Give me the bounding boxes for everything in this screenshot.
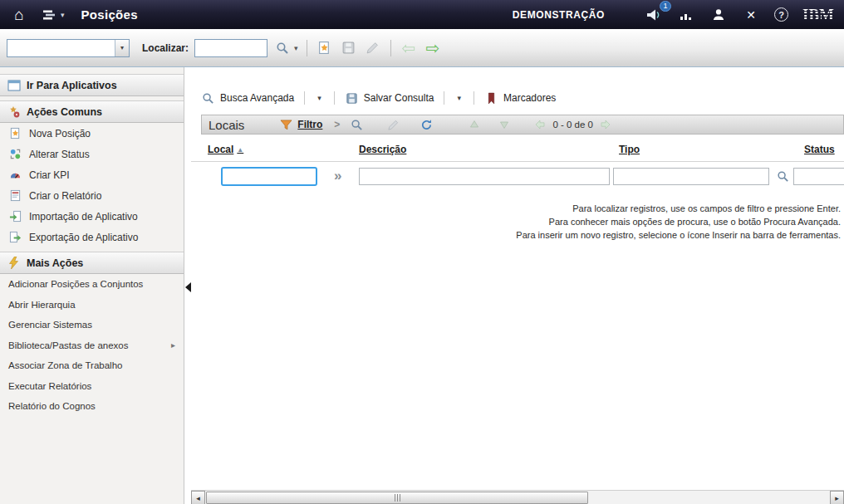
- localizar-label: Localizar:: [142, 42, 189, 54]
- filter-input-local[interactable]: [221, 167, 317, 186]
- chevron-icon: >: [334, 119, 340, 130]
- table-edit-icon[interactable]: [385, 116, 401, 133]
- table-toolbar: Locais Filtro >: [201, 115, 844, 135]
- filter-input-status[interactable]: [793, 168, 844, 185]
- salvar-consulta-button[interactable]: Salvar Consulta: [345, 91, 434, 105]
- toolbar-separator: [307, 40, 307, 56]
- sidebar-header-ir-para-aplicativos[interactable]: Ir Para Aplicativos: [0, 74, 184, 96]
- separator: [474, 91, 474, 105]
- sidebar-splitter[interactable]: [184, 67, 191, 504]
- busca-avancada-label: Busca Avançada: [220, 92, 294, 104]
- sidebar-item-label: Biblioteca/Pastas de anexos: [8, 340, 128, 350]
- salvar-consulta-dropdown-icon[interactable]: ▾: [454, 94, 464, 102]
- save-query-icon: [345, 91, 359, 105]
- separator: [334, 91, 335, 105]
- sidebar-item-exportacao-aplicativo[interactable]: Exportação de Aplicativo: [0, 227, 184, 247]
- sidebar-item-criar-kpi[interactable]: Criar KPI: [0, 164, 184, 185]
- previous-page-icon[interactable]: [531, 116, 547, 133]
- sidebar-item-biblioteca-pastas-anexos[interactable]: Biblioteca/Pastas de anexos ▸: [0, 335, 184, 356]
- column-header-status[interactable]: Status: [804, 144, 835, 155]
- reports-chart-icon[interactable]: [677, 7, 695, 23]
- marcadores-button[interactable]: Marcadores: [484, 91, 556, 105]
- help-icon[interactable]: ?: [774, 7, 788, 22]
- separator: [444, 91, 444, 105]
- move-down-icon[interactable]: [496, 116, 513, 133]
- query-actions-row: Busca Avançada ▾ Salvar Consulta ▾ Marca…: [201, 87, 556, 109]
- submenu-arrow-icon: ▸: [171, 340, 175, 350]
- sidebar-item-criar-relatorio[interactable]: Criar o Relatório: [0, 185, 184, 206]
- table-search-icon[interactable]: [348, 116, 365, 133]
- sidebar: Ir Para Aplicativos Ações Comuns Nova Po…: [0, 67, 184, 504]
- advanced-search-icon: [201, 91, 215, 105]
- sidebar-header-label: Ir Para Aplicativos: [27, 80, 117, 91]
- scrollbar-thumb[interactable]: [206, 492, 588, 504]
- sidebar-item-gerenciar-sistemas[interactable]: Gerenciar Sistemas: [0, 315, 184, 335]
- new-record-icon[interactable]: [316, 39, 334, 57]
- sidebar-item-abrir-hierarquia[interactable]: Abrir Hierarquia: [0, 295, 184, 316]
- query-combobox-input[interactable]: [7, 40, 115, 56]
- sidebar-item-adicionar-posicoes[interactable]: Adicionar Posições a Conjuntos: [0, 274, 184, 295]
- sidebar-item-importacao-aplicativo[interactable]: Importação de Aplicativo: [0, 206, 184, 227]
- help-line: Para inserir um novo registro, selecione…: [516, 228, 841, 242]
- more-actions-list: Adicionar Posições a Conjuntos Abrir Hie…: [0, 274, 184, 417]
- search-icon[interactable]: [273, 39, 292, 57]
- sidebar-item-label: Criar KPI: [29, 169, 70, 181]
- edit-icon[interactable]: [364, 39, 382, 57]
- filtro-toggle[interactable]: Filtro: [279, 118, 322, 132]
- change-status-icon: [8, 147, 22, 161]
- marcadores-label: Marcadores: [503, 92, 556, 104]
- localizar-input[interactable]: [194, 39, 267, 57]
- tipo-lookup-icon[interactable]: [774, 168, 791, 184]
- sidebar-item-label: Associar Zona de Trabalho: [8, 360, 122, 370]
- combobox-dropdown-button[interactable]: ▾: [115, 40, 129, 56]
- logout-icon[interactable]: ✕: [742, 7, 760, 23]
- sort-ascending-icon: ▲: [237, 146, 243, 154]
- column-header-descricao[interactable]: Descrição: [359, 144, 406, 155]
- filter-row: »: [191, 162, 844, 192]
- go-to-menu-button[interactable]: ▾: [40, 7, 65, 23]
- column-header-local[interactable]: Local ▲: [208, 144, 243, 155]
- content-area: Busca Avançada ▾ Salvar Consulta ▾ Marca…: [191, 67, 844, 504]
- move-up-icon[interactable]: [466, 116, 483, 133]
- notification-badge: 1: [660, 1, 671, 12]
- filtro-label: Filtro: [297, 119, 322, 130]
- sidebar-item-executar-relatorios[interactable]: Executar Relatórios: [0, 376, 184, 397]
- sidebar-item-label: Gerenciar Sistemas: [8, 320, 92, 330]
- empty-table-help-text: Para localizar registros, use os campos …: [516, 202, 841, 242]
- sidebar-item-alterar-status[interactable]: Alterar Status: [0, 144, 184, 164]
- sidebar-header-mais-acoes[interactable]: Mais Ações: [0, 252, 184, 274]
- refresh-icon[interactable]: [418, 116, 434, 133]
- sidebar-item-label: Criar o Relatório: [29, 190, 101, 202]
- home-icon[interactable]: ⌂: [10, 7, 28, 23]
- search-dropdown-icon[interactable]: ▾: [294, 44, 298, 52]
- column-header-tipo[interactable]: Tipo: [619, 144, 640, 155]
- profile-icon[interactable]: [709, 7, 728, 23]
- sidebar-item-relatorio-cognos[interactable]: Relatório do Cognos: [0, 396, 184, 417]
- save-icon[interactable]: [340, 39, 358, 57]
- separator: [304, 91, 305, 105]
- filter-input-tipo[interactable]: [613, 168, 769, 185]
- sidebar-header-acoes-comuns[interactable]: Ações Comuns: [0, 100, 184, 123]
- sidebar-item-nova-posicao[interactable]: Nova Posição: [0, 123, 184, 144]
- toolbar-separator: [390, 40, 391, 56]
- announcements-icon[interactable]: 1: [645, 7, 663, 23]
- filter-input-descricao[interactable]: [359, 168, 610, 185]
- next-record-icon[interactable]: ⇨: [424, 39, 442, 57]
- expand-filter-icon[interactable]: »: [334, 169, 341, 183]
- query-combobox[interactable]: ▾: [7, 39, 130, 57]
- report-icon: [8, 188, 22, 203]
- next-page-icon[interactable]: [598, 116, 615, 133]
- scroll-right-button[interactable]: ▸: [830, 491, 844, 504]
- sidebar-item-associar-zona-trabalho[interactable]: Associar Zona de Trabalho: [0, 355, 184, 376]
- scroll-left-button[interactable]: ◂: [191, 491, 205, 504]
- busca-avancada-dropdown-icon[interactable]: ▾: [315, 94, 324, 102]
- ibm-logo: IBM: [802, 6, 834, 24]
- busca-avancada-button[interactable]: Busca Avançada: [201, 91, 294, 105]
- sidebar-collapse-handle[interactable]: [184, 280, 191, 294]
- horizontal-scrollbar[interactable]: ◂ ▸: [191, 490, 844, 504]
- previous-record-icon[interactable]: ⇦: [400, 39, 418, 57]
- sidebar-item-label: Relatório do Cognos: [8, 401, 96, 411]
- common-actions-icon: [7, 105, 21, 119]
- sidebar-item-label: Exportação de Aplicativo: [29, 232, 138, 243]
- applications-menu-icon: [40, 7, 58, 23]
